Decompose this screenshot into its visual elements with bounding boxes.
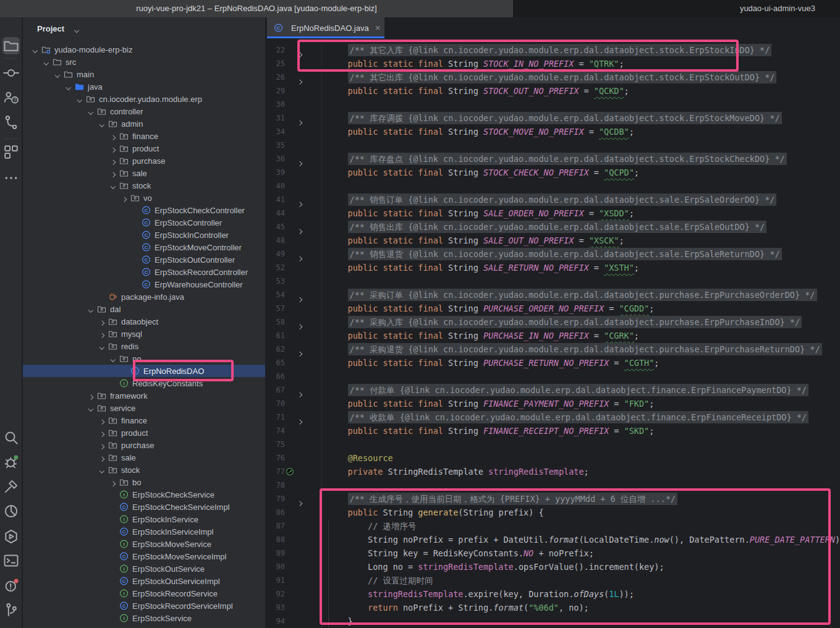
tree-item-framework[interactable]: framework	[23, 389, 265, 402]
tree-item-stock[interactable]: stock	[23, 179, 265, 192]
code-line-71[interactable]: 71 /** 收款单 {@link cn.iocoder.yudao.modul…	[266, 410, 840, 424]
problems-icon[interactable]	[2, 577, 20, 594]
code-line-78[interactable]: 78	[266, 478, 840, 492]
code-line-25[interactable]: 25 public static final String STOCK_IN_N…	[266, 57, 840, 70]
code-editor[interactable]: 22 /** 其它入库 {@link cn.iocoder.yudao.modu…	[266, 38, 840, 628]
code-line-62[interactable]: 62 /** 采购退货 {@link cn.iocoder.yudao.modu…	[266, 342, 840, 356]
code-line-94[interactable]: 94 }	[266, 614, 840, 628]
pull-requests-icon[interactable]: ?	[2, 89, 20, 106]
code-line-88[interactable]: 88 String noPrefix = prefix + DateUtil.f…	[266, 533, 840, 546]
code-line-58[interactable]: 58 /** 采购入库 {@link cn.iocoder.yudao.modu…	[266, 315, 840, 329]
chevron-down-icon[interactable]	[85, 106, 96, 117]
tree-item-product[interactable]: product	[23, 426, 265, 439]
code-line-90[interactable]: 90 Long no = stringRedisTemplate.opsForV…	[266, 560, 840, 574]
chevron-down-icon[interactable]	[85, 303, 96, 315]
tree-item-redis[interactable]: redis	[23, 340, 265, 352]
tree-item-purchase[interactable]: purchase	[23, 155, 265, 167]
chevron-right-icon[interactable]	[96, 452, 108, 463]
spring-bean-icon[interactable]	[286, 467, 294, 476]
structure-icon[interactable]	[2, 143, 20, 161]
debug-icon[interactable]	[2, 453, 20, 470]
chevron-right-icon[interactable]	[96, 415, 108, 426]
tree-item-rediskeyconstants[interactable]: IRedisKeyConstants	[23, 377, 265, 389]
tree-item-erpstockoutserviceimpl[interactable]: CErpStockOutServiceImpl	[23, 575, 265, 587]
tree-item-cn-iocoder-yudao-module-erp[interactable]: cn.iocoder.yudao.module.erp	[23, 93, 265, 105]
tree-item-erpstockservice[interactable]: IErpStockService	[23, 612, 265, 624]
code-line-65[interactable]: 65 public static final String PURCHASE_R…	[266, 356, 840, 370]
chevron-down-icon[interactable]	[108, 180, 119, 191]
code-line-89[interactable]: 89 String key = RedisKeyConstants.NO + n…	[266, 546, 840, 560]
code-line-39[interactable]: 39 public static final String STOCK_CHEC…	[266, 166, 840, 179]
build-icon[interactable]	[2, 478, 20, 495]
chevron-right-icon[interactable]	[96, 328, 108, 339]
tree-item-finance[interactable]: finance	[23, 130, 265, 142]
code-line-34[interactable]: 34 public static final String STOCK_MOVE…	[266, 125, 840, 138]
search-icon[interactable]	[2, 429, 20, 446]
code-line-87[interactable]: 87 // 递增序号	[266, 519, 840, 533]
code-line-66[interactable]: 66	[266, 370, 840, 383]
project-icon[interactable]	[2, 37, 20, 54]
version-control-icon[interactable]	[2, 601, 20, 619]
chevron-right-icon[interactable]	[119, 192, 130, 203]
chevron-down-icon[interactable]	[108, 353, 119, 364]
tree-item-erpstockinserviceimpl[interactable]: CErpStockInServiceImpl	[23, 525, 265, 538]
tree-item-src[interactable]: src	[23, 56, 265, 68]
tree-item-erpstockoutservice[interactable]: IErpStockOutService	[23, 562, 265, 575]
tree-item-admin[interactable]: admin	[23, 117, 265, 130]
tree-item-bo[interactable]: bo	[23, 476, 265, 488]
chevron-right-icon[interactable]	[108, 143, 119, 154]
code-line-67[interactable]: 67 /** 付款单 {@link cn.iocoder.yudao.modul…	[266, 383, 840, 397]
chevron-down-icon[interactable]	[41, 56, 52, 67]
code-line-70[interactable]: 70 public static final String FINANCE_PA…	[266, 397, 840, 410]
chevron-right-icon[interactable]	[96, 439, 108, 451]
tree-item-erpstockmovecontroller[interactable]: CErpStockMoveController	[23, 241, 265, 253]
commit-icon[interactable]	[2, 64, 20, 82]
tree-item-mysql[interactable]: mysql	[23, 328, 265, 340]
tree-item-erpstockincontroller[interactable]: CErpStockInController	[23, 229, 265, 241]
tree-item-purchase[interactable]: purchase	[23, 439, 265, 451]
profiler-icon[interactable]	[2, 503, 20, 520]
code-line-91[interactable]: 91 // 设置过期时间	[266, 574, 840, 587]
tree-item-package-info-java[interactable]: package-info.java	[23, 291, 265, 303]
tree-item-erpstockmoveservice[interactable]: IErpStockMoveService	[23, 538, 265, 550]
code-line-74[interactable]: 74 public static final String FINANCE_RE…	[266, 424, 840, 438]
tree-item-dal[interactable]: dal	[23, 303, 265, 315]
chevron-right-icon[interactable]	[96, 427, 108, 438]
tree-item-vo[interactable]: vo	[23, 192, 265, 204]
code-line-77[interactable]: 77 private StringRedisTemplate stringRed…	[266, 465, 840, 478]
terminal-icon[interactable]	[2, 552, 20, 569]
chevron-down-icon[interactable]	[52, 69, 63, 80]
chevron-down-icon[interactable]	[85, 402, 96, 414]
tab-close-icon[interactable]: ×	[375, 23, 381, 32]
tree-item-product[interactable]: product	[23, 142, 265, 155]
tree-item-erpstockoutcontroller[interactable]: CErpStockOutController	[23, 253, 265, 266]
code-line-45[interactable]: 45 /** 销售出库 {@link cn.iocoder.yudao.modu…	[266, 220, 840, 234]
tree-item-yudao-module-erp-biz[interactable]: yudao-module-erp-biz	[23, 43, 265, 56]
branches-icon[interactable]	[2, 114, 20, 131]
chevron-down-icon[interactable]	[96, 341, 108, 352]
tree-item-erpstockrecordserviceimpl[interactable]: CErpStockRecordServiceImpl	[23, 600, 265, 612]
tree-item-controller[interactable]: controller	[23, 105, 265, 117]
code-line-93[interactable]: 93 return noPrefix + String.format("%06d…	[266, 601, 840, 614]
project-panel-header[interactable]: Project	[23, 17, 265, 42]
tree-item-erpstockrecordcontroller[interactable]: CErpStockRecordController	[23, 266, 265, 278]
code-line-48[interactable]: 48 public static final String SALE_OUT_N…	[266, 234, 840, 247]
code-line-22[interactable]: 22 /** 其它入库 {@link cn.iocoder.yudao.modu…	[266, 43, 840, 57]
code-line-40[interactable]: 40	[266, 179, 840, 193]
tree-item-no[interactable]: no	[23, 352, 265, 365]
tree-item-java[interactable]: java	[23, 80, 265, 93]
tree-item-erpstockcheckservice[interactable]: IErpStockCheckService	[23, 488, 265, 501]
tree-item-main[interactable]: main	[23, 68, 265, 80]
tree-item-erpstockcheckserviceimpl[interactable]: CErpStockCheckServiceImpl	[23, 501, 265, 513]
code-line-52[interactable]: 52 public static final String SALE_RETUR…	[266, 261, 840, 274]
code-line-44[interactable]: 44 public static final String SALE_ORDER…	[266, 206, 840, 220]
code-line-41[interactable]: 41 /** 销售订单 {@link cn.iocoder.yudao.modu…	[266, 193, 840, 206]
more-tool-windows-icon[interactable]	[2, 169, 20, 187]
code-line-86[interactable]: 86 public String generate(String prefix)…	[266, 506, 840, 519]
background-window-title[interactable]: yudao-ui-admin-vue3	[513, 0, 840, 17]
code-line-75[interactable]: 75	[266, 438, 840, 451]
tab-erpnoredisdao[interactable]: C ErpNoRedisDAO.java ×	[267, 17, 384, 38]
chevron-right-icon[interactable]	[85, 390, 96, 401]
chevron-right-icon[interactable]	[96, 316, 108, 327]
tree-item-sale[interactable]: sale	[23, 167, 265, 179]
